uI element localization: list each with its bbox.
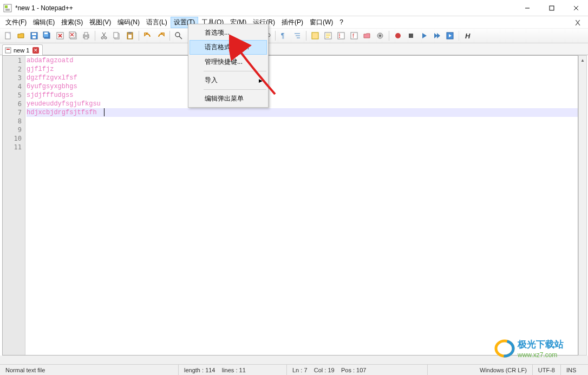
- status-bar: Normal text file length : 114 lines : 11…: [0, 364, 588, 375]
- svg-rect-56: [338, 32, 344, 39]
- new-file-icon[interactable]: [2, 30, 14, 42]
- save-macro-icon[interactable]: [444, 30, 456, 42]
- svg-marker-68: [437, 33, 440, 38]
- toolbar: ¶ f H: [0, 28, 588, 43]
- monitoring-icon[interactable]: [374, 30, 386, 42]
- menu-plugins[interactable]: 插件(P): [278, 17, 306, 28]
- vertical-scrollbar[interactable]: ▲: [578, 55, 587, 356]
- tab-label: new 1: [14, 47, 29, 54]
- find-icon[interactable]: [173, 30, 185, 42]
- svg-text:f: f: [352, 33, 354, 39]
- svg-rect-12: [44, 32, 48, 34]
- doc-map-icon[interactable]: [322, 30, 334, 42]
- app-icon: [3, 4, 12, 12]
- menu-style-configurator[interactable]: 语言格式设置...: [190, 40, 267, 55]
- svg-text:H: H: [465, 32, 471, 40]
- code-line: 6yufgsyxgbhgs: [27, 82, 578, 91]
- redo-icon[interactable]: [155, 30, 167, 42]
- stop-macro-icon[interactable]: [405, 30, 417, 42]
- paste-icon[interactable]: [124, 30, 136, 42]
- menu-shortcut-mapper[interactable]: 管理快捷键...: [190, 55, 267, 69]
- bold-h-icon[interactable]: H: [462, 30, 474, 42]
- status-length-lines: length : 114 lines : 11: [179, 365, 287, 375]
- code-content[interactable]: abdafagzoatd gjflfjz dgzffzgvxlfsf 6yufg…: [25, 56, 578, 355]
- svg-point-63: [379, 35, 381, 37]
- maximize-button[interactable]: [539, 0, 564, 16]
- svg-rect-73: [6, 49, 10, 50]
- status-encoding: UTF-8: [533, 365, 561, 375]
- chevron-right-icon: ▶: [259, 78, 263, 83]
- func-list-icon[interactable]: f: [348, 30, 360, 42]
- code-line: abdafagzoatd: [27, 56, 578, 65]
- tab-new-1[interactable]: new 1 ✕: [2, 44, 43, 55]
- svg-point-58: [339, 35, 340, 36]
- menu-separator: [204, 89, 266, 90]
- svg-rect-60: [351, 32, 357, 39]
- svg-line-26: [102, 32, 105, 37]
- doc-list-icon[interactable]: [335, 30, 347, 42]
- status-eol: Windows (CR LF): [474, 365, 533, 375]
- save-icon[interactable]: [28, 30, 40, 42]
- tab-bar: new 1 ✕: [0, 43, 588, 55]
- bottom-spacer: [0, 356, 588, 364]
- folder-workspace-icon[interactable]: [361, 30, 373, 42]
- line-number-gutter: 1 2 3 4 5 6 7 8 9 10 11: [3, 56, 25, 355]
- minimize-button[interactable]: [515, 0, 539, 16]
- editor-area[interactable]: 1 2 3 4 5 6 7 8 9 10 11 abdafagzoatd gjf…: [2, 55, 578, 356]
- record-macro-icon[interactable]: [392, 30, 404, 42]
- svg-rect-65: [409, 34, 413, 38]
- close-file-icon[interactable]: [54, 30, 66, 42]
- menu-preferences[interactable]: 首选项...: [190, 25, 267, 40]
- menu-search[interactable]: 搜索(S): [58, 17, 86, 28]
- status-insert-mode: INS: [561, 365, 588, 375]
- save-all-icon[interactable]: [41, 30, 53, 42]
- menu-window[interactable]: 窗口(W): [306, 17, 336, 28]
- code-line-current: hdjxcbjdrgfsjtfsfh: [27, 108, 578, 117]
- copy-icon[interactable]: [111, 30, 123, 42]
- svg-point-57: [339, 34, 340, 35]
- menu-bar: 文件(F) 编辑(E) 搜索(S) 视图(V) 编码(N) 语言(L) 设置(T…: [0, 16, 588, 28]
- menu-import[interactable]: 导入 ▶: [190, 73, 267, 88]
- open-file-icon[interactable]: [15, 30, 27, 42]
- menu-edit[interactable]: 编辑(E): [30, 17, 58, 28]
- play-macro-icon[interactable]: [418, 30, 430, 42]
- svg-point-32: [175, 32, 180, 37]
- svg-rect-72: [5, 48, 11, 53]
- menu-view[interactable]: 视图(V): [86, 17, 114, 28]
- close-button[interactable]: [564, 0, 588, 16]
- show-all-chars-icon[interactable]: ¶: [278, 30, 290, 42]
- window-title: *new 1 - Notepad++: [15, 4, 515, 12]
- svg-point-23: [101, 37, 103, 39]
- svg-rect-8: [32, 33, 36, 35]
- menu-close-doc[interactable]: X: [570, 18, 586, 27]
- scroll-up-icon[interactable]: ▲: [579, 56, 586, 64]
- undo-icon[interactable]: [142, 30, 154, 42]
- play-multi-icon[interactable]: [431, 30, 443, 42]
- svg-rect-9: [32, 36, 36, 38]
- menu-language[interactable]: 语言(L): [143, 17, 171, 28]
- menu-separator: [204, 71, 266, 71]
- menu-edit-popup[interactable]: 编辑弹出菜单: [190, 91, 267, 106]
- svg-line-33: [179, 36, 182, 39]
- svg-rect-31: [128, 35, 132, 38]
- window-controls: [515, 0, 588, 16]
- svg-rect-51: [312, 32, 318, 39]
- menu-help[interactable]: ?: [336, 17, 347, 27]
- print-icon[interactable]: [80, 30, 92, 42]
- svg-text:¶: ¶: [281, 32, 284, 40]
- code-line: dgzffzgvxlfsf: [27, 74, 578, 82]
- udl-icon[interactable]: [309, 30, 321, 42]
- doc-modified-icon: [5, 47, 11, 54]
- tab-close-icon[interactable]: ✕: [32, 47, 39, 54]
- settings-dropdown: 首选项... 语言格式设置... 管理快捷键... 导入 ▶ 编辑弹出菜单: [188, 24, 269, 108]
- menu-encoding[interactable]: 编码(N): [114, 17, 143, 28]
- svg-marker-66: [422, 33, 427, 38]
- svg-point-59: [339, 37, 340, 38]
- indent-guide-icon[interactable]: [291, 30, 303, 42]
- svg-rect-2: [550, 6, 554, 10]
- cut-icon[interactable]: [98, 30, 110, 42]
- menu-file[interactable]: 文件(F): [2, 17, 30, 28]
- svg-rect-28: [114, 32, 118, 38]
- close-all-icon[interactable]: [67, 30, 79, 42]
- svg-point-24: [104, 37, 107, 39]
